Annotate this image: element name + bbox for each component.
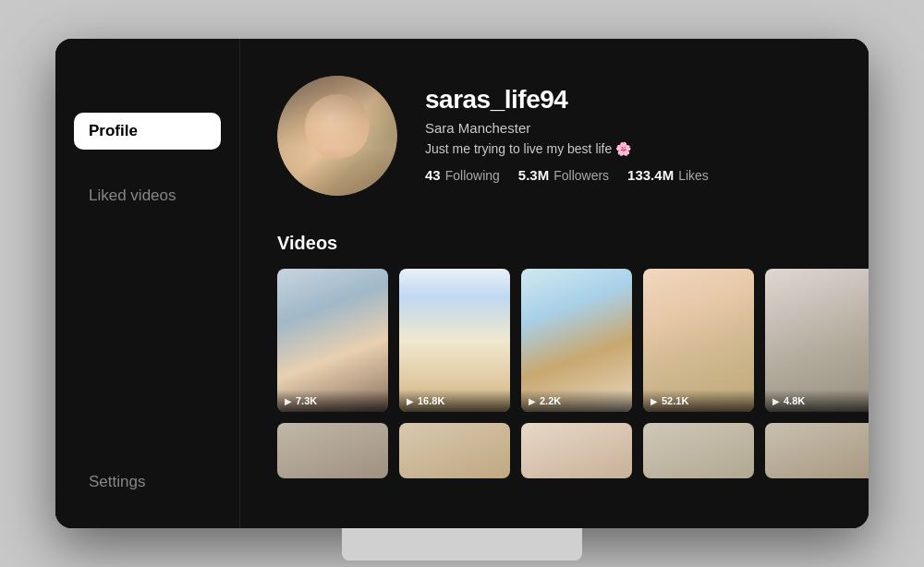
videos-section-title: Videos	[277, 233, 832, 254]
following-label: Following	[445, 168, 500, 183]
stats-row: 43 Following 5.3M Followers 133.4M Likes	[425, 167, 709, 183]
view-count-2: 16.8K	[418, 395, 444, 406]
videos-row-2-partial	[277, 423, 832, 478]
likes-label: Likes	[678, 168, 709, 183]
tv-screen: Profile Liked videos Settings saras_life…	[55, 39, 869, 528]
play-icon-1: ▶	[285, 396, 292, 406]
profile-info: saras_life94 Sara Manchester Just me try…	[425, 76, 709, 183]
view-count-1: 7.3K	[296, 395, 317, 406]
video-overlay-4: ▶ 52.1K	[643, 390, 754, 412]
video-card-6[interactable]	[277, 423, 388, 478]
bio: Just me trying to live my best life 🌸	[425, 141, 709, 156]
view-count-5: 4.8K	[784, 395, 805, 406]
likes-value: 133.4M	[627, 167, 674, 183]
video-card-2[interactable]: ▶ 16.8K	[399, 269, 510, 412]
play-icon-5: ▶	[772, 396, 780, 406]
likes-stat: 133.4M Likes	[627, 167, 709, 183]
followers-stat: 5.3M Followers	[518, 167, 609, 183]
video-card-10[interactable]	[765, 423, 869, 478]
video-card-7[interactable]	[399, 423, 510, 478]
followers-value: 5.3M	[518, 167, 549, 183]
video-overlay-1: ▶ 7.3K	[277, 390, 388, 412]
view-count-3: 2.2K	[540, 395, 561, 406]
sidebar-item-settings[interactable]: Settings	[74, 464, 221, 501]
profile-header: saras_life94 Sara Manchester Just me try…	[277, 76, 832, 196]
play-icon-2: ▶	[407, 396, 414, 406]
video-card-5[interactable]: ▶ 4.8K	[765, 269, 869, 412]
video-card-1[interactable]: ▶ 7.3K	[277, 269, 388, 412]
video-overlay-3: ▶ 2.2K	[521, 390, 632, 412]
play-icon-3: ▶	[529, 396, 536, 406]
video-overlay-2: ▶ 16.8K	[399, 390, 510, 412]
main-content: saras_life94 Sara Manchester Just me try…	[240, 39, 869, 528]
videos-section: Videos ▶ 7.3K ▶ 16.8K	[277, 233, 832, 478]
followers-label: Followers	[553, 168, 609, 183]
avatar	[277, 76, 397, 196]
avatar-image	[277, 76, 397, 196]
display-name: Sara Manchester	[425, 120, 709, 136]
video-card-3[interactable]: ▶ 2.2K	[521, 269, 632, 412]
username: saras_life94	[425, 85, 709, 115]
video-overlay-5: ▶ 4.8K	[765, 390, 869, 412]
tv-stand	[342, 528, 582, 561]
video-card-8[interactable]	[521, 423, 632, 478]
sidebar: Profile Liked videos Settings	[55, 39, 240, 528]
video-card-4[interactable]: ▶ 52.1K	[643, 269, 754, 412]
view-count-4: 52.1K	[662, 395, 688, 406]
play-icon-4: ▶	[650, 396, 658, 406]
sidebar-item-profile[interactable]: Profile	[74, 113, 221, 150]
sidebar-item-liked-videos[interactable]: Liked videos	[74, 177, 221, 214]
following-stat: 43 Following	[425, 167, 500, 183]
video-card-9[interactable]	[643, 423, 754, 478]
following-value: 43	[425, 167, 441, 183]
videos-row-1: ▶ 7.3K ▶ 16.8K ▶	[277, 269, 832, 412]
